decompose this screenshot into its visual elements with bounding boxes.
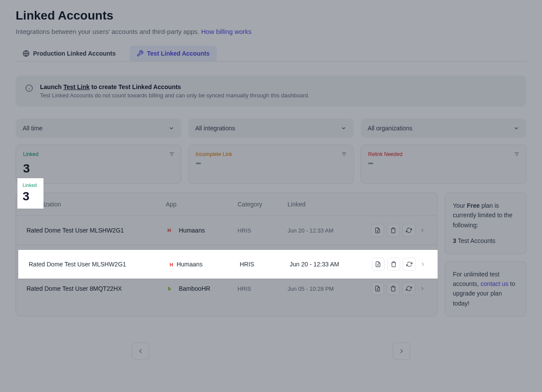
banner-subtitle: Test Linked Accounts do not count toward…: [40, 92, 517, 99]
filter-integrations-label: All integrations: [195, 125, 235, 132]
wrench-icon: [137, 50, 144, 57]
copy-button[interactable]: [371, 224, 384, 237]
app-icon: b: [166, 285, 173, 292]
chevron-down-icon: [513, 125, 519, 131]
stat-incomplete-label: Incomplete Link: [196, 151, 347, 157]
stat-relink-dash: [368, 163, 373, 164]
copy-button[interactable]: [371, 258, 385, 271]
row-org: Rated Dome Test User MLSHW2G1: [27, 227, 166, 234]
plan-name: Free: [467, 202, 480, 209]
row-category: HRIS: [240, 261, 290, 268]
stat-relink[interactable]: Relink Needed: [361, 145, 526, 184]
filter-time-label: All time: [23, 125, 43, 132]
row-app-name: Humaans: [177, 261, 203, 268]
chevron-right-icon: [419, 286, 425, 292]
tab-test[interactable]: Test Linked Accounts: [130, 46, 217, 61]
col-header-linked[interactable]: Linked: [288, 201, 427, 208]
row-app: H Humaans: [168, 261, 240, 268]
row-app: b BambooHR: [166, 285, 238, 292]
banner-title-prefix: Launch: [40, 83, 64, 90]
tabs: Production Linked Accounts Test Linked A…: [16, 46, 526, 62]
plan-count-label: Test Accounts: [456, 237, 495, 244]
stat-incomplete[interactable]: Incomplete Link: [188, 145, 354, 184]
table-row[interactable]: Rated Dome Test User MLSHW2G1 H Humaans …: [16, 216, 437, 245]
row-chevron[interactable]: [418, 261, 427, 267]
filter-icon[interactable]: [341, 151, 347, 159]
filter-organizations[interactable]: All organizations: [361, 119, 526, 138]
delete-button[interactable]: [387, 282, 400, 295]
tab-production-label: Production Linked Accounts: [33, 50, 116, 57]
row-chevron[interactable]: [418, 286, 427, 292]
contact-us-link[interactable]: contact us: [481, 280, 509, 287]
row-app-name: BambooHR: [179, 285, 210, 292]
highlight-stat-value: 3: [23, 189, 37, 203]
highlight-stat-label: Linked: [23, 183, 37, 188]
refresh-button[interactable]: [403, 258, 416, 271]
stat-linked-label: Linked: [23, 151, 174, 157]
refresh-button[interactable]: [402, 282, 415, 295]
stat-relink-label: Relink Needed: [368, 151, 519, 157]
page-subtitle: Integrations between your users' account…: [16, 28, 526, 35]
plan-pre: Your: [453, 202, 467, 209]
col-header-category[interactable]: Category: [238, 201, 288, 208]
chevron-down-icon: [341, 125, 347, 131]
row-linked: Jun 20 - 12:33 AM: [288, 227, 361, 234]
col-header-app[interactable]: App: [166, 201, 238, 208]
table-header: Organization App Category Linked: [16, 193, 437, 216]
info-icon: [25, 83, 33, 99]
next-page-button[interactable]: [393, 342, 410, 360]
document-icon: [375, 227, 381, 233]
trash-icon: [390, 227, 396, 233]
chevron-right-icon: [420, 261, 426, 267]
upgrade-card: For unlimited test accounts, contact us …: [445, 261, 526, 317]
row-category: HRIS: [238, 286, 288, 292]
filter-orgs-label: All organizations: [368, 125, 412, 132]
page-title: Linked Accounts: [16, 9, 526, 23]
plan-count: 3: [453, 237, 456, 244]
filter-icon[interactable]: [169, 151, 175, 159]
filter-icon[interactable]: [514, 151, 520, 159]
app-icon-humaans: H: [168, 261, 175, 268]
row-org: Rated Dome Test User MLSHW2G1: [29, 261, 168, 268]
tab-production[interactable]: Production Linked Accounts: [16, 46, 123, 61]
delete-button[interactable]: [387, 224, 400, 237]
col-header-org[interactable]: Organization: [27, 201, 166, 208]
highlight-stat-linked: Linked 3: [17, 178, 43, 209]
row-chevron[interactable]: [418, 227, 427, 233]
billing-link[interactable]: How billing works: [201, 28, 251, 35]
copy-button[interactable]: [371, 282, 384, 295]
test-link-link[interactable]: Test Link: [64, 83, 90, 90]
info-banner: Launch Test Link to create Test Linked A…: [16, 76, 526, 106]
prev-page-button[interactable]: [132, 342, 149, 360]
pagination: [16, 342, 526, 360]
refresh-button[interactable]: [402, 224, 415, 237]
refresh-icon: [406, 286, 412, 292]
stat-linked-value: 3: [23, 162, 174, 176]
trash-icon: [391, 261, 397, 267]
chevron-left-icon: [137, 348, 144, 355]
document-icon: [375, 286, 381, 292]
chevron-down-icon: [168, 125, 174, 131]
row-category: HRIS: [238, 227, 288, 234]
document-icon: [375, 261, 381, 267]
chevron-right-icon: [398, 348, 405, 355]
globe-icon: [23, 50, 30, 57]
stat-incomplete-dash: [196, 163, 201, 164]
filter-row: All time All integrations All organizati…: [16, 119, 526, 138]
row-app: H Humaans: [166, 227, 238, 234]
filter-time[interactable]: All time: [16, 119, 181, 138]
filter-integrations[interactable]: All integrations: [188, 119, 354, 138]
delete-button[interactable]: [387, 258, 400, 271]
highlight-row[interactable]: Rated Dome Test User MLSHW2G1 H Humaans …: [18, 250, 438, 279]
sidebar-area: Your Free plan is currently limited to t…: [445, 193, 526, 316]
trash-icon: [390, 286, 396, 292]
app-icon: H: [166, 227, 173, 234]
refresh-icon: [406, 227, 412, 233]
banner-title: Launch Test Link to create Test Linked A…: [40, 83, 517, 90]
row-app-name: Humaans: [179, 227, 205, 234]
chevron-right-icon: [419, 227, 425, 233]
row-linked: Jun 05 - 10:28 PM: [288, 286, 361, 292]
row-org: Rated Dome Test User 8MQT22HX: [27, 285, 166, 292]
tab-test-label: Test Linked Accounts: [147, 50, 210, 57]
plan-limit-card: Your Free plan is currently limited to t…: [445, 193, 526, 254]
